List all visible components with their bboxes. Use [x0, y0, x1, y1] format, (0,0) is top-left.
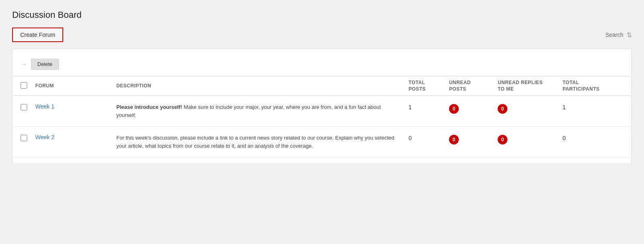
row2-unread-replies-cell: 0 [498, 134, 563, 144]
header-checkbox-cell [21, 82, 35, 90]
search-area: Search ⇅ [605, 31, 632, 39]
row2-description: For this week's discussion, please inclu… [116, 134, 409, 150]
row1-checkbox[interactable] [21, 104, 27, 110]
row1-description-bold: Please introduce yourself! [116, 104, 182, 110]
week2-link[interactable]: Week 2 [35, 134, 54, 140]
row1-total-participants: 1 [563, 104, 623, 110]
table-header: FORUM DESCRIPTION TOTAL POSTS UNREAD POS… [13, 76, 631, 96]
row2-unread-posts-cell: 0 [449, 134, 498, 144]
row1-unread-posts-cell: 0 [449, 103, 498, 114]
row2-forum-name: Week 2 [35, 134, 116, 140]
row2-unread-replies-badge: 0 [498, 135, 507, 144]
sort-icon[interactable]: ⇅ [627, 31, 632, 39]
row1-unread-replies-badge: 0 [498, 104, 507, 114]
header-total-posts: TOTAL POSTS [409, 80, 449, 92]
table-row: Week 2 For this week's discussion, pleas… [13, 127, 631, 157]
header-forum: FORUM [35, 83, 116, 89]
select-all-checkbox[interactable] [21, 82, 27, 89]
delete-button[interactable]: Delete [31, 59, 59, 70]
row2-description-rest: For this week's discussion, please inclu… [116, 135, 394, 149]
header-unread-replies: UNREAD REPLIES TO ME [498, 80, 563, 92]
page-container: Discussion Board Create Forum Search ⇅ →… [0, 0, 644, 174]
row2-total-participants: 0 [563, 135, 623, 141]
header-total-participants: TOTAL PARTICIPANTS [563, 80, 623, 92]
create-forum-button[interactable]: Create Forum [12, 28, 63, 42]
header-unread-posts: UNREAD POSTS [449, 80, 498, 92]
toolbar: Create Forum Search ⇅ [12, 28, 632, 42]
page-title: Discussion Board [12, 10, 632, 20]
row2-checkbox-cell [21, 134, 35, 142]
discussion-board-table: → Delete FORUM DESCRIPTION TOTAL POSTS U… [12, 49, 632, 164]
row2-unread-posts-badge: 0 [449, 135, 459, 144]
row1-checkbox-cell [21, 103, 35, 112]
row1-description: Please introduce yourself! Make sure to … [116, 103, 409, 119]
table-row: Week 1 Please introduce yourself! Make s… [13, 96, 631, 127]
row1-total-posts: 1 [409, 104, 449, 110]
row1-unread-replies-cell: 0 [498, 103, 563, 114]
row2-checkbox[interactable] [21, 135, 27, 141]
arrow-icon: → [21, 61, 27, 68]
week1-link[interactable]: Week 1 [35, 103, 54, 110]
header-description: DESCRIPTION [116, 83, 409, 89]
row1-forum-name: Week 1 [35, 103, 116, 110]
search-label: Search [605, 32, 623, 38]
row2-total-posts: 0 [409, 135, 449, 141]
row1-unread-posts-badge: 0 [449, 104, 459, 114]
action-bar: → Delete [13, 55, 631, 76]
